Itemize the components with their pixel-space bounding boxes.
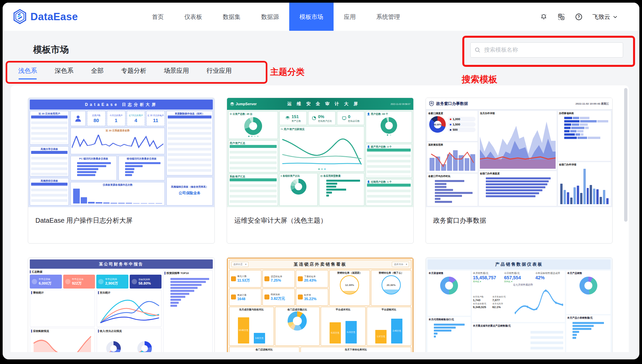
- template-title: 政务窗口办事数据: [426, 207, 612, 244]
- preview-table: 资源删除操作信息（实时）: [166, 111, 213, 175]
- preview-banner: DataEase 日志分析大屏: [30, 100, 213, 110]
- preview-panel: 高频分享仪表板: [30, 146, 69, 176]
- preview-table: 系统/资产汇总: [228, 174, 278, 206]
- preview-panel: 高频授权仪表板: [30, 178, 69, 205]
- template-card-product-sales[interactable]: 产品销售数据仪表板 本月渠道销售 本月代理商销售排行/元: [426, 257, 613, 352]
- preview-donut-chart: 各门店成交额占比: [275, 307, 320, 346]
- preview-bar-chart: 各窗口平均办件时长: [427, 174, 478, 206]
- preview-column-chart: 当月下单转化率对比: [300, 347, 411, 352]
- navbar-actions: 中 A ? 飞致云: [540, 3, 618, 31]
- preview-donut-chart: ♦ 各组织资产占比: [279, 173, 318, 206]
- nav-item-dataset[interactable]: 数据集: [212, 3, 251, 31]
- template-preview: JumpServer 运 维 安 全 审 计 大 屏 2022-11-02 09…: [227, 98, 413, 207]
- page-title: 模板市场: [33, 44, 69, 56]
- template-preview: 政务窗口办事数据 2022-11-02 10:00:43 星期三 各窗口满意度 …: [426, 98, 612, 207]
- preview-kpi-panel: 本月销售额/元15,458,757月环比 ▾ 今日销售额/元657,554日环比…: [472, 271, 565, 322]
- theme-tabs: 浅色系 深色系 全部 专题分析 场景应用 行业应用: [18, 64, 232, 79]
- preview-bar-chart: 各部门办件满意度: [479, 171, 557, 206]
- app-window: DataEase 首页 仪表板 数据集 数据源 模板市场 应用 系统管理: [3, 3, 639, 359]
- preview-line-chart: 支出统计: [97, 290, 162, 327]
- tab-dark-theme[interactable]: 深色系: [55, 64, 73, 79]
- preview-donut-chart: ⚙ 云资产总数: 45 台: [228, 111, 278, 139]
- preview-donut-panel: 收入/支出占比情况: [97, 328, 162, 352]
- preview-combo-chart: 某政策实现率: [427, 142, 478, 172]
- preview-area-chart: 当月办件详情: [479, 111, 557, 170]
- shield-icon: [429, 101, 434, 106]
- bell-icon[interactable]: [540, 13, 548, 21]
- preview-bar-chart: 移动端访问次数最多仪表板: [118, 156, 165, 180]
- preview-timestamp: 2022-11-02 09:58:07: [390, 103, 410, 105]
- template-preview: 某公司财务年中报告 汇总数据 年中总营收6,000万 年中总支出922万 年中总…: [28, 258, 214, 352]
- preview-kpi-grid: 曝光人数11.53万 进店转化率7.25% 下单转化率20.43% 有效订单16…: [229, 270, 328, 306]
- tab-all[interactable]: 全部: [91, 64, 104, 79]
- tab-light-theme[interactable]: 浅色系: [18, 64, 37, 79]
- preview-stacked-column-chart: 营收统计: [30, 290, 95, 327]
- main-nav: 首页 仪表板 数据集 数据源 模板市场 应用 系统管理: [142, 3, 410, 31]
- dataease-logo[interactable]: DataEase: [13, 3, 78, 31]
- user-name: 飞致云: [592, 13, 610, 21]
- template-card-finance-report[interactable]: 某公司财务年中报告 汇总数据 年中总营收6,000万 年中总支出922万 年中总…: [28, 257, 215, 352]
- nav-item-home[interactable]: 首页: [142, 3, 174, 31]
- preview-banner: 某公司财务年中报告: [30, 259, 213, 269]
- preview-bar-compare: 当月成交额与实收对比 10.83万元 3.82万元: [229, 307, 274, 346]
- preview-line-chart: 近七天销售额趋势: [513, 283, 564, 321]
- template-grid-panel: DataEase 日志分析大屏 近 30 日未使用用户 高频分享仪表板 高频授权…: [11, 85, 629, 352]
- search-annotation-label: 搜索模板: [462, 73, 497, 85]
- help-icon[interactable]: ?: [575, 13, 583, 21]
- preview-banner: 产品销售数据仪表板: [428, 259, 611, 269]
- template-card-takeout-sales[interactable]: 选择分店▾ 某连锁店外卖销售看板 选择月份▾ 曝光人数11.53万 进店转化率7…: [227, 257, 414, 352]
- preview-table: 👤 提产用户总数: 3 个: [366, 144, 412, 178]
- top-navbar: DataEase 首页 仪表板 数据集 数据源 模板市场 应用 系统管理: [3, 3, 639, 31]
- template-card-gov-window[interactable]: 政务窗口办事数据 2022-11-02 10:00:43 星期三 各窗口满意度 …: [426, 98, 613, 244]
- nav-item-template-market[interactable]: 模板市场: [289, 3, 334, 31]
- tab-scene-apps[interactable]: 场景应用: [164, 64, 189, 79]
- preview-kpi-row: 年中总营收6,000万 年中总支出922万 年中总利润2,900万 营收利润率5…: [30, 275, 161, 289]
- preview-bar-chart: PC 端访问次数最多仪表板: [70, 156, 117, 180]
- preview-bar-compare: 平台进账对比 1.37万元 2.45万元: [367, 307, 412, 346]
- svg-text:?: ?: [577, 15, 580, 19]
- month-select: 选择月份▾: [392, 262, 409, 267]
- preview-panel: 近 30 日未使用用户: [30, 111, 69, 145]
- tab-topic-analysis[interactable]: 专题分析: [121, 64, 146, 79]
- preview-donut-chart: 本月渠道销售: [428, 271, 471, 316]
- preview-area-chart: 应收账款情况: [30, 328, 95, 352]
- tabs-annotation-label: 主题分类: [270, 66, 304, 78]
- template-title: 运维安全审计大屏（浅色主题）: [227, 207, 413, 244]
- user-menu[interactable]: 飞致云: [592, 13, 618, 21]
- preview-table: 👤 过期用户总数: 1 个: [366, 179, 412, 206]
- preview-gauge-panel: 各窗口满意度 83.30% 1,000 1,500 500: [427, 111, 478, 141]
- translate-icon[interactable]: 中 A: [557, 13, 565, 21]
- preview-bar-compare: 平台成本对比 0.22万元 0.23万元: [321, 307, 366, 346]
- preview-line-chart: 〜 用户/资产活跃情况: [279, 126, 364, 172]
- preview-banner: 政务窗口办事数据 2022-11-02 10:00:43 星期三: [426, 98, 612, 110]
- template-preview: DataEase 日志分析大屏 近 30 日未使用用户 高频分享仪表板 高频授权…: [28, 98, 214, 207]
- nav-item-dashboard[interactable]: 仪表板: [174, 3, 212, 31]
- vertical-scrollbar[interactable]: [624, 88, 627, 222]
- preview-bar-chart: 本月代理商销售排行/元: [428, 317, 471, 352]
- preview-stacked-bar-chart: 办理事项种类: [558, 111, 611, 161]
- preview-section-label: 汇总数据: [30, 270, 161, 274]
- preview-donut-chart: 👤 用户总数: 69 个: [366, 111, 412, 143]
- search-box[interactable]: [470, 42, 623, 58]
- preview-wordcloud: 高频编辑仪表板（修改使用率高） ◦ ◦ ◦ 公司保险业务 ◦ ◦ ◦ ◦: [166, 177, 213, 205]
- search-icon: [475, 47, 481, 53]
- nav-item-datasource[interactable]: 数据源: [251, 3, 289, 31]
- preview-banner: 选择分店▾ 某连锁店外卖销售看板 选择月份▾: [229, 260, 411, 269]
- preview-stacked-column-chart: 本月重点城市的重点产品销售额/元: [472, 323, 565, 352]
- preview-donut-chart: 本月产品销售: [566, 271, 611, 314]
- preview-column-chart: 各门店进账对比: [229, 347, 299, 352]
- template-card-ops-audit[interactable]: JumpServer 运 维 安 全 审 计 大 屏 2022-11-02 09…: [227, 98, 414, 244]
- template-preview: 产品销售数据仪表板 本月渠道销售 本月代理商销售排行/元: [426, 258, 612, 352]
- tab-industry-apps[interactable]: 行业应用: [206, 64, 232, 79]
- search-input[interactable]: [483, 46, 619, 54]
- logo-wordmark: DataEase: [30, 11, 78, 23]
- nav-item-system[interactable]: 系统管理: [366, 3, 410, 31]
- nav-item-apps[interactable]: 应用: [334, 3, 366, 31]
- jumpserver-logo: JumpServer: [230, 102, 257, 106]
- preview-banner: JumpServer 运 维 安 全 审 计 大 屏 2022-11-02 09…: [227, 98, 413, 110]
- dataease-logo-icon: [13, 9, 27, 25]
- preview-kpi-row: 总用户数80 今日活跃用户1 近7日活跃用户4 近 30 日活跃电户11: [70, 111, 165, 126]
- chevron-down-icon: [613, 15, 618, 19]
- template-card-log-analysis[interactable]: DataEase 日志分析大屏 近 30 日未使用用户 高频分享仪表板 高频授权…: [28, 98, 215, 244]
- svg-text:A: A: [562, 17, 563, 19]
